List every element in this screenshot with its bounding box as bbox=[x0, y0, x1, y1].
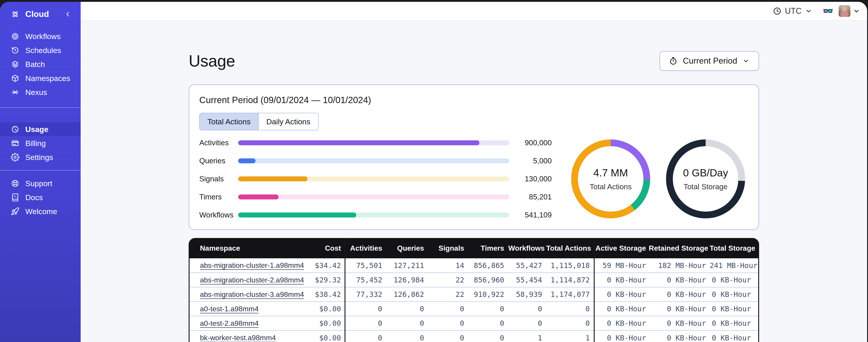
period-select-button[interactable]: Current Period bbox=[659, 51, 759, 71]
donut-center: 4.7 MMTotal Actions bbox=[570, 139, 651, 219]
glasses-icon bbox=[822, 6, 834, 16]
sidebar-item-label: Billing bbox=[25, 139, 46, 148]
page-head: Usage Current Period bbox=[189, 51, 759, 71]
cell-timers: 0 bbox=[468, 302, 508, 316]
cell-total-storage: 0 KB-Hour bbox=[710, 287, 759, 302]
timezone-label: UTC bbox=[785, 6, 802, 16]
namespace-link[interactable]: abs-migration-cluster-1.a98mm4 bbox=[200, 261, 304, 269]
topbar: UTC bbox=[81, 2, 867, 21]
column-header-cost: Cost bbox=[304, 238, 345, 258]
main-area: UTC Usage Current Period bbox=[81, 2, 867, 342]
namespace-cell: a0-test-1.a98mm4 bbox=[190, 302, 304, 316]
welcome-icon bbox=[11, 207, 20, 216]
cell-cost: $38.42 bbox=[304, 287, 345, 302]
bar-row-queries: Queries5,000 bbox=[199, 157, 552, 165]
bar-label: Queries bbox=[199, 157, 238, 165]
cell-cost: $0.00 bbox=[304, 331, 345, 342]
cell-active-storage: 0 KB-Hour bbox=[594, 316, 649, 331]
sidebar-item-docs[interactable]: Docs bbox=[0, 191, 81, 204]
usage-donuts: 4.7 MMTotal Actions0 GB/DayTotal Storage bbox=[570, 139, 748, 219]
sidebar-item-label: Support bbox=[25, 179, 52, 188]
bar-row-signals: Signals130,000 bbox=[199, 175, 552, 183]
usage-summary-card: Current Period (09/01/2024 — 10/01/2024)… bbox=[189, 84, 759, 230]
sidebar-item-nexus[interactable]: Nexus bbox=[0, 85, 81, 99]
donut-label: Total Actions bbox=[590, 182, 631, 191]
cell-retained-storage: 0 KB-Hour bbox=[649, 273, 710, 287]
sidebar-item-billing[interactable]: Billing bbox=[0, 136, 81, 150]
usage-charts: Activities900,000Queries5,000Signals130,… bbox=[199, 138, 748, 219]
bar-label: Timers bbox=[199, 193, 238, 201]
sidebar-section-2: SupportDocsWelcome bbox=[0, 171, 81, 224]
bar-track bbox=[238, 158, 509, 163]
bar-fill bbox=[238, 158, 255, 163]
user-menu-button[interactable] bbox=[852, 7, 860, 15]
feedback-glasses-button[interactable] bbox=[822, 6, 834, 16]
clock-icon bbox=[773, 6, 782, 15]
cell-active-storage: 0 KB-Hour bbox=[594, 331, 649, 342]
sidebar-item-settings[interactable]: Settings bbox=[0, 150, 81, 164]
sidebar-item-batch[interactable]: Batch bbox=[0, 57, 81, 71]
donut-total-actions: 4.7 MMTotal Actions bbox=[570, 139, 651, 219]
sidebar-item-usage[interactable]: Usage bbox=[0, 122, 81, 136]
sidebar-item-schedules[interactable]: Schedules bbox=[0, 43, 81, 57]
cell-timers: 856,865 bbox=[468, 258, 508, 273]
bar-track bbox=[238, 212, 509, 217]
cell-total-actions: 1,174,077 bbox=[546, 287, 594, 302]
docs-icon bbox=[11, 193, 20, 202]
bar-value: 900,000 bbox=[509, 138, 552, 147]
cell-activities: 0 bbox=[345, 302, 386, 316]
namespace-link[interactable]: a0-test-1.a98mm4 bbox=[200, 305, 259, 313]
sidebar-item-support[interactable]: Support bbox=[0, 176, 81, 191]
sidebar-item-label: Batch bbox=[25, 60, 45, 69]
cell-total-storage: 0 KB-Hour bbox=[710, 331, 759, 342]
bar-fill bbox=[238, 176, 308, 181]
cell-signals: 14 bbox=[428, 258, 468, 273]
namespace-link[interactable]: a0-test-2.a98mm4 bbox=[200, 319, 259, 327]
tab-daily-actions[interactable]: Daily Actions bbox=[258, 113, 318, 130]
namespace-link[interactable]: abs-migration-cluster-2.a98mm4 bbox=[200, 276, 304, 284]
sidebar-item-namespaces[interactable]: Namespaces bbox=[0, 71, 81, 85]
cell-retained-storage: 0 KB-Hour bbox=[649, 302, 710, 316]
actions-bar-chart: Activities900,000Queries5,000Signals130,… bbox=[199, 138, 552, 219]
period-select-label: Current Period bbox=[683, 56, 737, 66]
cell-total-actions: 0 bbox=[546, 316, 594, 331]
cell-total-storage: 241 MB-Hour bbox=[710, 258, 759, 273]
cell-cost: $29.32 bbox=[304, 273, 345, 287]
namespaces-icon bbox=[11, 74, 20, 82]
cell-timers: 910,922 bbox=[468, 287, 508, 302]
sidebar-collapse-button[interactable] bbox=[64, 10, 72, 18]
namespace-link[interactable]: bk-worker-test.a98mm4 bbox=[200, 334, 276, 342]
column-header-queries: Queries bbox=[386, 238, 428, 258]
donut-total-storage: 0 GB/DayTotal Storage bbox=[665, 139, 746, 219]
sidebar-item-label: Docs bbox=[25, 193, 43, 202]
table-row: abs-migration-cluster-1.a98mm4$34.4275,5… bbox=[190, 258, 759, 273]
cell-signals: 22 bbox=[428, 287, 468, 302]
namespace-usage-table: NamespaceCostActivitiesQueriesSignalsTim… bbox=[190, 238, 759, 342]
cell-timers: 0 bbox=[468, 331, 508, 342]
cell-signals: 0 bbox=[428, 331, 468, 342]
sidebar-item-label: Schedules bbox=[25, 46, 61, 55]
column-header-total-storage: Total Storage bbox=[710, 238, 759, 258]
timezone-button[interactable]: UTC bbox=[773, 6, 812, 16]
column-header-activities: Activities bbox=[345, 238, 386, 258]
sidebar-item-workflows[interactable]: Workflows bbox=[0, 29, 81, 43]
bar-value: 5,000 bbox=[509, 157, 552, 165]
avatar[interactable] bbox=[839, 5, 850, 17]
cell-timers: 0 bbox=[468, 316, 508, 331]
sidebar-item-welcome[interactable]: Welcome bbox=[0, 204, 81, 218]
sidebar-item-label: Usage bbox=[25, 125, 48, 134]
settings-icon bbox=[11, 153, 20, 162]
sidebar-header: Cloud bbox=[0, 2, 81, 24]
bar-row-timers: Timers85,201 bbox=[199, 193, 552, 201]
column-header-total-actions: Total Actions bbox=[546, 238, 594, 258]
sidebar-item-label: Namespaces bbox=[25, 74, 70, 83]
cell-workflows: 1 bbox=[508, 331, 546, 342]
tab-total-actions[interactable]: Total Actions bbox=[200, 113, 258, 130]
column-header-signals: Signals bbox=[428, 238, 468, 258]
bar-label: Signals bbox=[199, 175, 238, 183]
cell-retained-storage: 0 KB-Hour bbox=[649, 331, 710, 342]
cell-retained-storage: 0 KB-Hour bbox=[649, 316, 710, 331]
actions-tab-group: Total ActionsDaily Actions bbox=[199, 113, 318, 130]
namespace-link[interactable]: abs-migration-cluster-3.a98mm4 bbox=[200, 290, 304, 299]
cell-queries: 127,211 bbox=[386, 258, 428, 273]
